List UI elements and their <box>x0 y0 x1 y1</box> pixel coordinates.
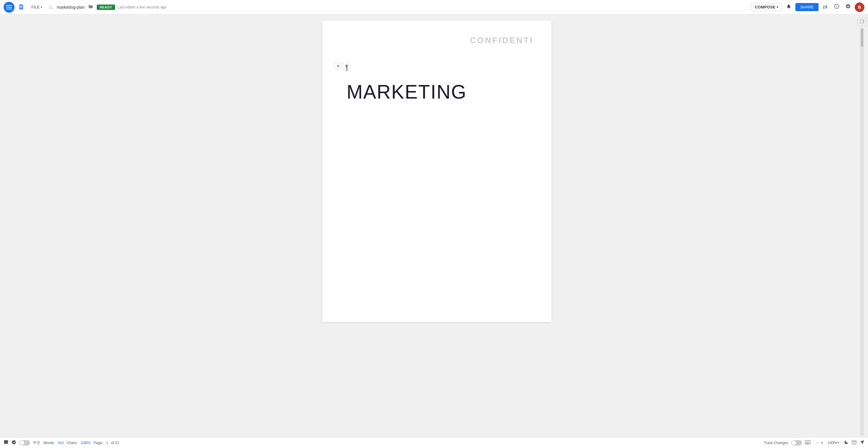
text-cursor <box>347 65 347 71</box>
compose-chevron-icon: ▾ <box>777 5 778 9</box>
svg-rect-20 <box>808 442 808 443</box>
settings-icon <box>845 4 851 10</box>
document-page: CONFIDENTI MARKETING <box>322 21 552 322</box>
info-button[interactable] <box>832 2 841 12</box>
collapse-panel-button[interactable] <box>858 18 867 26</box>
page-label: Page: <box>94 441 103 445</box>
ready-badge: READY <box>97 4 115 10</box>
compose-label: COMPOSE <box>755 5 775 9</box>
svg-rect-2 <box>6 9 12 9</box>
doc-icon-button[interactable] <box>17 2 27 12</box>
bell-button[interactable] <box>784 2 794 12</box>
scrollbar[interactable] <box>860 27 864 436</box>
folder-button[interactable] <box>87 3 94 11</box>
words-count: 542 <box>58 441 64 445</box>
collapse-icon <box>860 19 864 24</box>
document-area[interactable]: CONFIDENTI MARKETING <box>18 14 856 437</box>
add-block-button[interactable] <box>335 63 342 70</box>
spellcheck-button[interactable] <box>11 440 16 446</box>
svg-rect-12 <box>863 20 864 23</box>
left-sidebar <box>0 14 18 437</box>
svg-rect-0 <box>6 5 12 6</box>
zoom-button[interactable]: 100% ▾ <box>826 440 841 446</box>
toggle-switch[interactable] <box>19 440 30 446</box>
svg-rect-16 <box>808 441 808 442</box>
last-edited-text: Last edited a few seconds ago <box>118 5 748 9</box>
star-button[interactable]: ☆ <box>47 3 54 12</box>
star-icon: ☆ <box>48 4 53 10</box>
scrollbar-thumb <box>861 29 863 47</box>
svg-rect-22 <box>807 443 809 444</box>
svg-rect-15 <box>807 441 807 442</box>
compose-button[interactable]: COMPOSE ▾ <box>751 3 782 11</box>
hamburger-button[interactable] <box>4 2 14 13</box>
header-right: COMPOSE ▾ SHARE ZÅ B <box>751 2 864 12</box>
send-icon <box>860 440 864 446</box>
indent-icon <box>813 440 818 446</box>
svg-rect-5 <box>20 7 23 7</box>
indent-chevron-button[interactable]: ▾ <box>821 441 823 444</box>
svg-rect-17 <box>809 441 809 442</box>
doc-icon <box>19 4 25 10</box>
svg-rect-6 <box>20 7 22 7</box>
svg-rect-4 <box>20 6 23 6</box>
za-icon: ZÅ <box>823 5 828 9</box>
menu-icon <box>6 4 12 10</box>
share-button[interactable]: SHARE <box>795 3 818 11</box>
za-button[interactable]: ZÅ <box>820 2 830 12</box>
doc-title: marketing-plan <box>57 5 85 10</box>
avatar-label: B <box>858 5 861 10</box>
chars-count: 10855 <box>81 441 90 445</box>
bell-icon <box>786 4 792 10</box>
zoom-level: 100% <box>828 441 837 445</box>
block-controls <box>335 63 350 70</box>
avatar-button[interactable]: B <box>855 2 864 12</box>
right-panel <box>856 14 868 437</box>
keyboard-icon-button[interactable] <box>805 440 810 446</box>
share-label: SHARE <box>800 5 814 9</box>
watermark-text: CONFIDENTI <box>470 36 533 45</box>
file-label: FILE <box>31 5 39 9</box>
words-label: Words: <box>43 441 55 445</box>
darkmode-icon <box>844 440 849 446</box>
header: FILE ▾ ☆ marketing-plan READY Last edite… <box>0 0 868 14</box>
info-icon <box>834 4 839 10</box>
add-block-icon <box>336 64 340 69</box>
svg-rect-19 <box>807 442 807 443</box>
settings-button[interactable] <box>843 2 853 12</box>
comment-icon <box>4 440 8 446</box>
svg-rect-14 <box>806 441 807 442</box>
darkmode-button[interactable] <box>844 440 849 446</box>
svg-rect-18 <box>806 442 807 443</box>
chars-label: Chars: <box>67 441 78 445</box>
layout-icon <box>852 440 857 446</box>
layout-button[interactable] <box>852 440 857 446</box>
main-area: CONFIDENTI MARKETING <box>0 14 868 437</box>
file-button[interactable]: FILE ▾ <box>29 4 44 10</box>
svg-rect-1 <box>6 7 12 7</box>
statusbar-right: Track Changes ▾ 100% ▾ <box>764 440 864 446</box>
statusbar: 中文 Words: 542 Chars: 10855 Page: 1 of 21… <box>0 437 868 448</box>
language-label: 中文 <box>33 440 40 445</box>
indent-chevron-icon: ▾ <box>821 441 823 444</box>
track-changes-toggle[interactable] <box>791 440 802 446</box>
indent-button[interactable] <box>813 440 818 446</box>
svg-rect-21 <box>809 442 809 443</box>
zoom-chevron-icon: ▾ <box>838 441 839 444</box>
comment-button[interactable] <box>4 440 8 446</box>
send-button[interactable] <box>860 440 864 446</box>
page-current: 1 <box>106 441 108 445</box>
file-chevron-icon: ▾ <box>41 5 42 9</box>
folder-icon <box>88 5 93 10</box>
statusbar-left: 中文 Words: 542 Chars: 10855 Page: 1 of 21 <box>4 440 119 446</box>
spellcheck-icon <box>11 440 16 446</box>
keyboard-icon <box>805 440 810 446</box>
document-title[interactable]: MARKETING <box>347 81 527 103</box>
page-of: of 21 <box>111 441 119 445</box>
track-changes-label: Track Changes <box>764 441 788 445</box>
